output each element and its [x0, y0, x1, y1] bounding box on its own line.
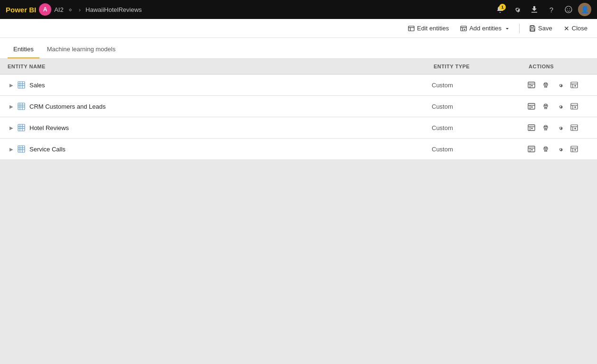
powerbi-logo: Power BI	[6, 6, 36, 14]
add-entities-button[interactable]: Add entities	[456, 23, 513, 34]
row-expand-icon[interactable]: ▶	[9, 83, 13, 88]
svg-point-23	[546, 84, 547, 84]
svg-rect-3	[408, 26, 414, 31]
svg-point-0	[565, 6, 572, 13]
entity-table: ENTITY NAME ENTITY TYPE ACTIONS ▶	[0, 59, 597, 160]
svg-rect-46	[528, 125, 535, 131]
entity-table-icon	[17, 102, 26, 111]
svg-rect-27	[18, 103, 25, 110]
smiley-button[interactable]	[561, 2, 576, 17]
svg-rect-6	[461, 26, 466, 31]
row-expand-icon[interactable]: ▶	[9, 147, 13, 152]
entity-name-label: CRM Customers and Leads	[29, 103, 105, 110]
svg-rect-55	[18, 146, 25, 152]
svg-point-37	[546, 105, 547, 106]
svg-point-51	[546, 126, 547, 127]
svg-rect-24	[571, 82, 578, 88]
entity-type-label: Custom	[432, 124, 453, 131]
svg-point-36	[545, 105, 546, 106]
col-actions: ACTIONS	[521, 59, 597, 75]
row-expand-icon[interactable]: ▶	[9, 104, 13, 109]
file-name: HawaiiHotelReviews	[85, 6, 142, 13]
top-navigation: Power BI A AI2 ⋄ › HawaiiHotelReviews 1 …	[0, 0, 597, 19]
svg-rect-60	[528, 146, 535, 152]
brand-area: Power BI A AI2 ⋄ › HawaiiHotelReviews	[6, 3, 142, 16]
svg-point-1	[567, 9, 568, 9]
table-row: ▶ Sales Custom	[0, 75, 597, 96]
add-entities-icon	[460, 25, 467, 32]
entity-type-label: Custom	[432, 103, 453, 110]
add-entities-dropdown-icon	[505, 26, 510, 31]
svg-rect-38	[571, 103, 578, 109]
settings-button[interactable]	[510, 2, 525, 17]
action-icons	[527, 102, 591, 111]
toolbar-divider	[519, 24, 520, 33]
col-entity-name: ENTITY NAME	[0, 59, 426, 75]
user-avatar[interactable]: 👤	[578, 3, 591, 16]
edit-entities-button[interactable]: Edit entities	[404, 23, 453, 34]
linked-entities-icon[interactable]	[569, 102, 579, 111]
topnav-icons: 1 ? 👤	[493, 2, 591, 17]
ai-insights-icon[interactable]	[541, 123, 550, 132]
download-icon	[531, 6, 538, 13]
save-button[interactable]: Save	[525, 23, 556, 34]
action-icons	[527, 123, 591, 132]
ai-insights-icon[interactable]	[541, 144, 550, 154]
svg-rect-32	[528, 103, 535, 109]
ai-insights-icon[interactable]	[541, 80, 550, 90]
ai-insights-icon[interactable]	[541, 102, 550, 111]
edit-query-icon[interactable]	[527, 123, 536, 132]
table-row: ▶ Service Calls Custom	[0, 139, 597, 160]
svg-point-64	[545, 148, 546, 149]
breadcrumb-arrow: ›	[79, 6, 81, 13]
svg-rect-13	[18, 82, 25, 88]
svg-rect-12	[531, 29, 534, 31]
tabs-bar: Entities Machine learning models	[0, 38, 597, 59]
notifications-button[interactable]: 1	[493, 2, 508, 17]
svg-rect-18	[528, 82, 535, 88]
action-icons	[527, 80, 591, 90]
linked-entities-icon[interactable]	[569, 123, 579, 132]
settings-icon[interactable]	[555, 102, 565, 111]
tab-ml-models[interactable]: Machine learning models	[41, 41, 122, 58]
svg-point-22	[545, 84, 546, 84]
settings-icon[interactable]	[555, 144, 565, 154]
workspace-avatar: A	[39, 3, 51, 16]
entity-name-label: Sales	[29, 82, 45, 89]
download-button[interactable]	[527, 2, 542, 17]
svg-rect-66	[571, 146, 578, 152]
col-entity-type: ENTITY TYPE	[426, 59, 521, 75]
edit-query-icon[interactable]	[527, 80, 536, 90]
table-row: ▶ CRM Customers and Leads Custom	[0, 96, 597, 117]
entity-table-icon	[17, 81, 26, 89]
toolbar: Edit entities Add entities Save ✕ Close	[0, 19, 597, 38]
entity-table-icon	[17, 123, 26, 132]
close-button[interactable]: ✕ Close	[560, 23, 591, 34]
entity-table-icon	[17, 145, 26, 153]
help-button[interactable]: ?	[544, 2, 559, 17]
entity-name-label: Service Calls	[29, 146, 66, 153]
main-content: ENTITY NAME ENTITY TYPE ACTIONS ▶	[0, 59, 597, 364]
breadcrumb-icon-1: ⋄	[68, 6, 72, 13]
row-expand-icon[interactable]: ▶	[9, 125, 13, 131]
svg-point-65	[546, 148, 547, 149]
edit-query-icon[interactable]	[527, 144, 536, 154]
svg-rect-41	[18, 124, 25, 131]
action-icons	[527, 144, 591, 154]
settings-icon[interactable]	[555, 123, 565, 132]
help-icon: ?	[550, 6, 553, 14]
entity-name-label: Hotel Reviews	[29, 124, 69, 131]
settings-icon[interactable]	[555, 80, 565, 90]
linked-entities-icon[interactable]	[569, 144, 579, 154]
workspace-name: AI2	[54, 6, 64, 13]
smiley-icon	[565, 6, 572, 13]
close-icon: ✕	[564, 25, 569, 32]
svg-point-2	[569, 9, 570, 9]
save-icon	[529, 25, 536, 32]
entity-type-label: Custom	[432, 82, 453, 89]
edit-query-icon[interactable]	[527, 102, 536, 111]
tab-entities[interactable]: Entities	[8, 41, 39, 58]
svg-rect-11	[531, 26, 533, 28]
linked-entities-icon[interactable]	[569, 80, 579, 90]
table-row: ▶ Hotel Reviews Custom	[0, 117, 597, 139]
